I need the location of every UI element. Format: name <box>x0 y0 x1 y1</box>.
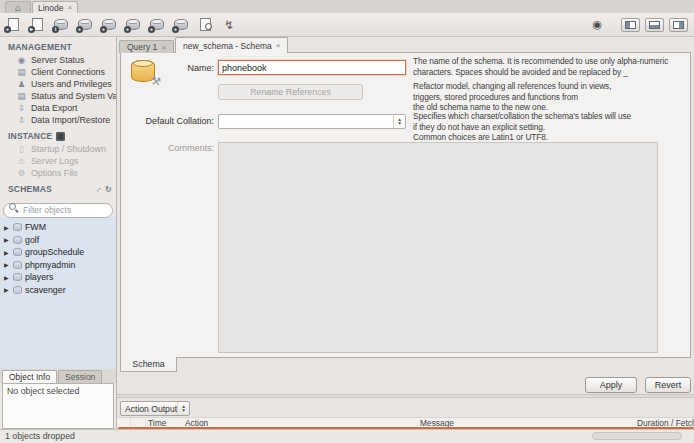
name-label: Name: <box>126 63 214 73</box>
sidebar-item-disabled[interactable]: ▯ Startup / Shutdown <box>0 143 116 155</box>
schema-icon <box>13 223 22 231</box>
object-info-panel: No object selected <box>2 383 114 429</box>
collapse-all-icon[interactable]: ↕ <box>94 184 103 193</box>
toggle-left-sidebar[interactable] <box>621 18 640 32</box>
editor-tab-strip: Query 1 × new_schema - Schema × <box>119 37 288 53</box>
expand-arrow-icon[interactable]: ▶ <box>4 286 10 293</box>
tab-query-1[interactable]: Query 1 × <box>119 40 174 53</box>
schema-tree-item[interactable]: ▶ players <box>0 271 116 284</box>
sidebar-item-disabled[interactable]: ⚙ Options File <box>0 167 116 179</box>
revert-button[interactable]: Revert <box>645 377 691 393</box>
refactor-help-text: Refactor model, changing all references … <box>413 81 690 113</box>
data-export-icon: ⇩ <box>16 103 27 113</box>
sidebar-item[interactable]: ◉ Server Status <box>0 54 116 66</box>
create-table-icon[interactable]: + <box>100 16 118 33</box>
horizontal-scrollbar-thumb[interactable] <box>592 432 682 440</box>
connection-tab[interactable]: Linode × <box>32 1 78 13</box>
schema-icon <box>13 286 22 294</box>
apply-button[interactable]: Apply <box>585 377 637 393</box>
output-splitter[interactable] <box>117 394 694 398</box>
action-output-select[interactable]: Action Output <box>120 401 190 416</box>
server-status-icon: ◉ <box>16 55 27 65</box>
server-logs-icon: ⚠ <box>16 156 27 166</box>
instance-section-title: INSTANCE <box>8 131 112 141</box>
collation-help-text: Specifies which charset/collation the sc… <box>413 111 690 143</box>
sidebar-item[interactable]: ▤ Status and System Variables <box>0 90 116 102</box>
instance-config-icon <box>56 132 65 141</box>
collation-label: Default Collation: <box>126 116 214 126</box>
reconnect-dbms-icon[interactable] <box>220 16 238 33</box>
home-icon: ⌂ <box>15 3 21 13</box>
schema-icon <box>13 248 22 256</box>
expand-arrow-icon[interactable]: ▶ <box>4 274 10 281</box>
create-function-icon[interactable]: + <box>172 16 190 33</box>
navigator-sidebar: MANAGEMENT ◉ Server Status ▤ Client Conn… <box>0 37 117 429</box>
schema-tree-item[interactable]: ▶ golf <box>0 234 116 247</box>
spinner-icon[interactable] <box>177 402 189 415</box>
object-inspector-icon[interactable]: i <box>52 16 70 33</box>
editor-area: Query 1 × new_schema - Schema × ⚒ Name: … <box>117 37 694 429</box>
expand-arrow-icon[interactable]: ▶ <box>4 224 10 231</box>
expand-arrow-icon[interactable]: ▶ <box>4 249 10 256</box>
toggle-secondary-sidebar[interactable] <box>669 18 688 32</box>
splitter-grip-icon <box>397 396 415 398</box>
open-sql-script-icon[interactable]: ▸ <box>28 16 46 33</box>
startup-shutdown-icon: ▯ <box>16 144 27 154</box>
mysql-workbench-window: ⌂ Linode × + ▸ i <box>0 0 694 443</box>
info-tab-strip: Object Info Session <box>0 369 116 383</box>
sidebar-item[interactable]: ⇩ Data Import/Restore <box>0 114 116 126</box>
toggle-output-area[interactable] <box>645 18 664 32</box>
create-procedure-icon[interactable]: + <box>148 16 166 33</box>
schema-icon <box>13 236 22 244</box>
status-bar: 1 objects dropped <box>0 429 694 443</box>
create-view-icon[interactable]: + <box>124 16 142 33</box>
status-message: 1 objects dropped <box>5 431 75 441</box>
schema-name-input[interactable] <box>218 60 406 75</box>
name-help-text: The name of the schema. It is recommende… <box>413 56 690 77</box>
home-tab[interactable]: ⌂ <box>5 1 31 13</box>
create-schema-icon[interactable]: + <box>76 16 94 33</box>
options-file-icon: ⚙ <box>16 168 27 178</box>
schema-tree-item[interactable]: ▶ FWM <box>0 221 116 234</box>
tab-schema-editor[interactable]: new_schema - Schema × <box>175 37 289 53</box>
schema-filter <box>3 199 113 214</box>
client-connections-icon: ▤ <box>16 67 27 77</box>
data-import-icon: ⇩ <box>16 115 27 125</box>
schema-tree-item[interactable]: ▶ scavenger <box>0 284 116 297</box>
system-variables-icon: ▤ <box>16 91 27 101</box>
comments-textarea[interactable] <box>218 142 658 353</box>
schema-icon <box>13 273 22 281</box>
sidebar-item[interactable]: ♟ Users and Privileges <box>0 78 116 90</box>
wrench-icon: ⚒ <box>150 74 162 89</box>
users-privileges-icon: ♟ <box>16 79 27 89</box>
expand-arrow-icon[interactable]: ▶ <box>4 236 10 243</box>
sidebar-item[interactable]: ▤ Client Connections <box>0 66 116 78</box>
schema-tree-item[interactable]: ▶ groupSchedule <box>0 246 116 259</box>
collation-select[interactable] <box>218 114 406 129</box>
management-section-title: MANAGEMENT <box>8 42 112 52</box>
schema-tree: ▶ FWM ▶ golf ▶ groupSchedule <box>0 217 116 369</box>
expand-arrow-icon[interactable]: ▶ <box>4 261 10 268</box>
window-tab-strip: ⌂ Linode × <box>0 0 694 14</box>
close-icon[interactable]: × <box>68 3 73 12</box>
spinner-icon[interactable] <box>393 115 405 128</box>
schema-bottom-tab[interactable]: Schema <box>120 357 177 372</box>
search-table-data-icon[interactable] <box>196 16 214 33</box>
schemas-section-title: SCHEMAS ↕ ↻ <box>8 184 112 194</box>
refresh-schemas-icon[interactable]: ↻ <box>105 185 112 194</box>
schema-icon <box>13 261 22 269</box>
close-icon[interactable]: × <box>276 41 281 50</box>
main-toolbar: + ▸ i + + <box>0 13 694 37</box>
rename-references-button[interactable]: Rename References <box>218 84 363 100</box>
schema-tree-item[interactable]: ▶ phpmyadmin <box>0 259 116 272</box>
new-query-tab-icon[interactable]: + <box>4 16 22 33</box>
sidebar-item-disabled[interactable]: ⚠ Server Logs <box>0 155 116 167</box>
close-icon[interactable]: × <box>161 43 166 52</box>
sidebar-item[interactable]: ⇩ Data Export <box>0 102 116 114</box>
connection-tab-label: Linode <box>38 3 64 13</box>
tab-object-info[interactable]: Object Info <box>2 370 57 383</box>
comments-label: Comments: <box>126 143 214 153</box>
search-icon <box>9 203 16 210</box>
schema-filter-input[interactable] <box>3 203 113 218</box>
tab-session[interactable]: Session <box>58 370 102 383</box>
